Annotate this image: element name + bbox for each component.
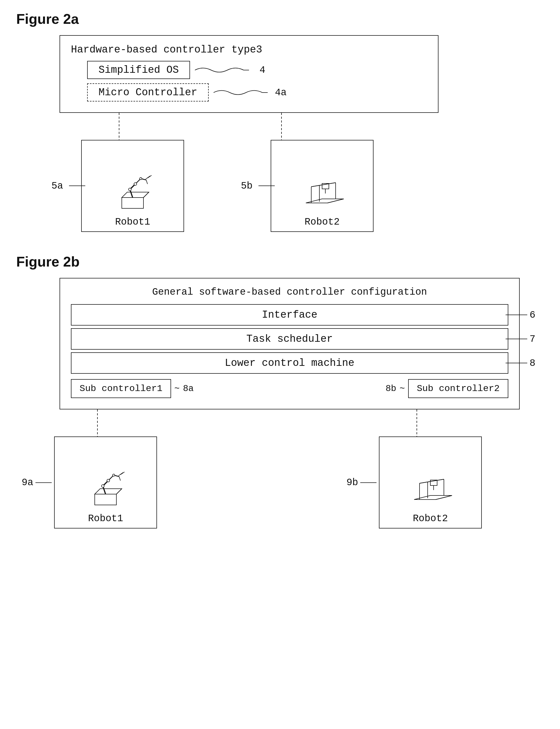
lower-control-bar: Lower control machine — [71, 352, 508, 374]
annotation-8a: 8a — [183, 384, 194, 394]
figure-2a: Figure 2a Hardware-based controller type… — [16, 11, 544, 232]
svg-marker-5 — [122, 192, 149, 198]
sub-controller2-box: Sub controller2 — [408, 379, 508, 398]
sub-controller1-text: Sub controller1 — [80, 383, 162, 394]
robot2-icon-fig2a — [295, 160, 349, 214]
annotation-7-group: 7 — [506, 334, 535, 345]
annotation-4: 4 — [260, 64, 266, 76]
sub-controller1-group: Sub controller1 ~ 8a — [71, 379, 194, 398]
svg-point-40 — [101, 485, 104, 487]
micro-controller-box: Micro Controller 4a — [87, 83, 209, 102]
robot1-label-fig2b: Robot1 — [88, 513, 123, 524]
annotation-8b-symbol: ~ — [399, 384, 405, 394]
task-scheduler-text: Task scheduler — [246, 333, 333, 345]
annotation-5a: 5a — [51, 181, 85, 192]
robot1-icon-fig2a — [106, 160, 160, 214]
fig2b-label: Figure 2b — [16, 254, 544, 270]
svg-line-13 — [148, 175, 152, 178]
robot1-wrapper-fig2b: 9a — [54, 436, 157, 528]
robot1-box-fig2a: Robot1 — [81, 140, 184, 232]
annotation-6: 6 — [529, 309, 535, 321]
annotation-4a-line — [214, 87, 268, 98]
svg-line-45 — [436, 495, 452, 499]
sub-controller1-box: Sub controller1 — [71, 379, 171, 398]
svg-point-15 — [134, 183, 137, 185]
interface-text: Interface — [262, 309, 317, 321]
sub-controllers-row: Sub controller1 ~ 8a 8b ~ Sub controller… — [71, 379, 508, 398]
svg-line-51 — [420, 482, 428, 483]
svg-line-39 — [120, 472, 125, 475]
robot1-label-fig2a: Robot1 — [115, 217, 150, 228]
annotation-9b: 9b — [346, 477, 376, 488]
svg-point-14 — [129, 188, 131, 191]
svg-line-19 — [328, 199, 344, 203]
annotation-9a: 9a — [22, 477, 52, 488]
annotation-6-group: 6 — [506, 309, 535, 321]
fig2b-outer-label: General software-based controller config… — [71, 287, 508, 298]
simplified-os-box: Simplified OS 4 — [87, 61, 190, 79]
robot2-icon-fig2b — [403, 456, 457, 510]
robot2-label-fig2a: Robot2 — [304, 217, 340, 228]
annotation-8-group: 8 — [506, 358, 535, 368]
svg-point-41 — [107, 479, 110, 482]
robot2-box-fig2a: Robot2 — [271, 140, 374, 232]
fig2a-outer-label: Hardware-based controller type3 — [71, 44, 427, 55]
svg-rect-4 — [122, 198, 143, 208]
fig2a-connectors — [38, 113, 417, 140]
lower-control-text: Lower control machine — [225, 357, 355, 369]
robot1-icon-fig2b — [78, 456, 133, 510]
robot2-wrapper-fig2b: 9b — [379, 436, 482, 528]
sub-controller2-group: 8b ~ Sub controller2 — [386, 379, 508, 398]
fig2b-robots-row: 9a — [38, 436, 498, 528]
interface-bar: Interface — [71, 304, 508, 326]
annotation-8a-symbol: ~ — [174, 384, 180, 394]
annotation-7: 7 — [529, 334, 535, 345]
svg-marker-31 — [95, 489, 122, 494]
robot1-box-fig2b: Robot1 — [54, 436, 157, 528]
svg-point-42 — [113, 474, 115, 476]
svg-point-16 — [140, 178, 142, 180]
svg-line-32 — [116, 489, 122, 494]
robot2-box-fig2b: Robot2 — [379, 436, 482, 528]
figure-2b: Figure 2b General software-based control… — [16, 254, 544, 528]
svg-line-6 — [143, 192, 149, 198]
annotation-4-line — [195, 65, 249, 76]
annotation-4a: 4a — [275, 87, 287, 98]
fig2a-label: Figure 2a — [16, 11, 544, 27]
task-scheduler-bar: Task scheduler — [71, 328, 508, 350]
annotation-8b: 8b — [386, 384, 397, 394]
robot2-label-fig2b: Robot2 — [413, 513, 448, 524]
simplified-os-text: Simplified OS — [99, 64, 179, 76]
annotation-8: 8 — [529, 358, 535, 368]
svg-line-11 — [146, 180, 148, 184]
svg-line-25 — [311, 185, 319, 187]
fig2a-outer-box: Hardware-based controller type3 Simplifi… — [60, 35, 438, 113]
sub-controller2-text: Sub controller2 — [417, 383, 500, 394]
fig2b-outer-box: General software-based controller config… — [60, 278, 520, 409]
annotation-5b: 5b — [241, 181, 275, 192]
micro-controller-text: Micro Controller — [99, 87, 197, 98]
svg-rect-30 — [95, 494, 116, 505]
fig2b-connectors — [38, 409, 498, 436]
svg-line-37 — [119, 476, 120, 480]
